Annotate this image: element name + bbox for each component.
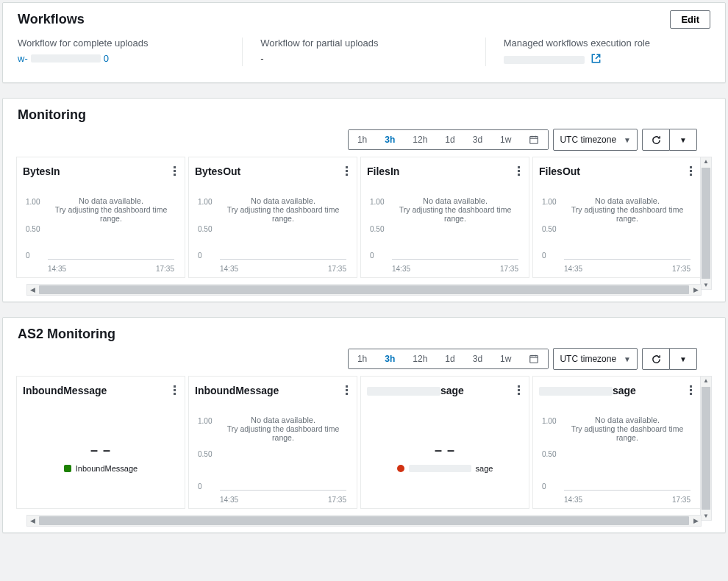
chevron-down-icon: ▼ [624, 355, 631, 363]
scroll-left-icon[interactable]: ◀ [27, 285, 38, 294]
workflows-title: Workflows [18, 12, 85, 27]
chart-title: FilesIn [367, 165, 399, 177]
chart-menu-button[interactable] [343, 382, 351, 398]
no-data-message: No data available.Try adjusting the dash… [48, 196, 174, 223]
scroll-down-icon[interactable]: ▼ [703, 281, 709, 289]
refresh-button[interactable] [642, 348, 670, 370]
chart-menu-button[interactable] [515, 382, 523, 398]
time-range-3h[interactable]: 3h [376, 130, 404, 149]
chart-menu-button[interactable] [171, 163, 179, 179]
time-range-1d[interactable]: 1d [436, 349, 463, 368]
time-range-1w[interactable]: 1w [491, 130, 520, 149]
y-axis: 1.000.500 [542, 198, 556, 260]
time-range-selector[interactable]: 1h3h12h1d3d1w [348, 349, 549, 369]
chart-card: FilesIn1.000.500No data available.Try ad… [360, 157, 529, 278]
y-axis: 1.000.500 [198, 198, 212, 260]
time-range-3d[interactable]: 3d [464, 130, 491, 149]
chart-body: 1.000.500No data available.Try adjusting… [367, 183, 523, 273]
chart-title: sage [539, 385, 636, 396]
legend-item: sage [397, 464, 493, 473]
time-range-3d[interactable]: 3d [464, 349, 491, 368]
vertical-scrollbar[interactable]: ▲ ▼ [700, 157, 712, 290]
chevron-down-icon: ▼ [679, 136, 687, 144]
scroll-up-icon[interactable]: ▲ [703, 377, 709, 385]
refresh-options-button[interactable]: ▼ [670, 348, 697, 370]
monitoring-title: Monitoring [3, 99, 725, 129]
chart-menu-button[interactable] [171, 382, 179, 398]
chart-card: BytesOut1.000.500No data available.Try a… [188, 157, 357, 278]
y-axis: 1.000.500 [542, 417, 556, 491]
monitoring-panel: Monitoring 1h3h12h1d3d1wUTC timezone▼▼ B… [2, 98, 726, 302]
redacted-text [31, 54, 101, 63]
separator [485, 38, 486, 66]
x-axis: 14:3517:35 [564, 265, 690, 273]
chart-body: – –sage [367, 402, 523, 504]
scroll-right-icon[interactable]: ▶ [690, 285, 701, 294]
external-link-icon[interactable] [590, 53, 602, 66]
timezone-select[interactable]: UTC timezone▼ [553, 348, 638, 370]
calendar-icon[interactable] [520, 349, 548, 368]
scroll-thumb[interactable] [702, 168, 710, 279]
refresh-button[interactable] [642, 129, 670, 151]
time-range-3h[interactable]: 3h [376, 349, 404, 368]
timezone-select[interactable]: UTC timezone▼ [553, 129, 638, 151]
no-value-indicator: – – [90, 443, 111, 458]
chart-card: BytesIn1.000.500No data available.Try ad… [16, 157, 185, 278]
legend-swatch [64, 465, 71, 472]
no-data-message: No data available.Try adjusting the dash… [564, 196, 690, 223]
workflow-complete-link[interactable]: w- 0 [18, 53, 224, 64]
no-data-message: No data available.Try adjusting the dash… [220, 196, 346, 223]
no-data-message: No data available.Try adjusting the dash… [220, 416, 346, 442]
edit-button[interactable]: Edit [670, 10, 710, 29]
chart-title: BytesOut [195, 165, 240, 177]
time-range-selector[interactable]: 1h3h12h1d3d1w [348, 129, 549, 150]
workflow-role-label: Managed workflows execution role [504, 38, 710, 49]
scroll-left-icon[interactable]: ◀ [27, 516, 38, 525]
workflows-panel: Workflows Edit Workflow for complete upl… [2, 2, 726, 83]
chart-card: FilesOut1.000.500No data available.Try a… [532, 157, 702, 278]
redacted-text [367, 387, 440, 396]
chevron-down-icon: ▼ [624, 136, 631, 144]
chart-body: 1.000.500No data available.Try adjusting… [195, 402, 351, 504]
chevron-down-icon: ▼ [679, 355, 687, 363]
no-data-message: No data available.Try adjusting the dash… [564, 416, 690, 442]
time-range-1d[interactable]: 1d [436, 130, 463, 149]
scroll-thumb[interactable] [39, 285, 689, 294]
chart-title: BytesIn [23, 165, 60, 177]
chart-body: 1.000.500No data available.Try adjusting… [539, 402, 695, 504]
time-range-1w[interactable]: 1w [491, 349, 520, 368]
scroll-thumb[interactable] [39, 516, 689, 525]
redacted-text [504, 56, 585, 64]
chart-title: FilesOut [539, 165, 580, 177]
chart-menu-button[interactable] [687, 163, 695, 179]
y-axis: 1.000.500 [26, 198, 40, 260]
time-range-1h[interactable]: 1h [349, 130, 376, 149]
chart-menu-button[interactable] [515, 163, 523, 179]
time-range-12h[interactable]: 12h [404, 349, 436, 368]
chart-title: sage [367, 385, 464, 396]
scroll-thumb[interactable] [702, 387, 710, 510]
x-axis: 14:3517:35 [48, 265, 174, 273]
x-axis: 14:3517:35 [220, 265, 346, 273]
chart-body: 1.000.500No data available.Try adjusting… [539, 183, 695, 273]
calendar-icon[interactable] [520, 130, 548, 149]
no-value-indicator: – – [435, 443, 455, 458]
chart-card: sage– –sage [360, 376, 529, 509]
chart-menu-button[interactable] [343, 163, 351, 179]
svg-rect-0 [530, 137, 538, 144]
refresh-options-button[interactable]: ▼ [670, 129, 697, 151]
workflow-partial-col: Workflow for partial uploads - [260, 38, 467, 66]
horizontal-scrollbar[interactable]: ◀ ▶ [26, 284, 702, 296]
scroll-down-icon[interactable]: ▼ [703, 512, 709, 520]
chart-menu-button[interactable] [687, 382, 695, 398]
time-range-1h[interactable]: 1h [349, 349, 376, 368]
workflow-partial-value: - [260, 53, 467, 64]
workflow-complete-col: Workflow for complete uploads w- 0 [18, 38, 224, 66]
scroll-up-icon[interactable]: ▲ [703, 157, 709, 165]
vertical-scrollbar[interactable]: ▲ ▼ [700, 376, 712, 521]
time-range-12h[interactable]: 12h [404, 130, 436, 149]
horizontal-scrollbar[interactable]: ◀ ▶ [26, 515, 702, 527]
scroll-right-icon[interactable]: ▶ [690, 516, 701, 525]
redacted-text [409, 465, 471, 472]
x-axis: 14:3517:35 [220, 496, 346, 504]
